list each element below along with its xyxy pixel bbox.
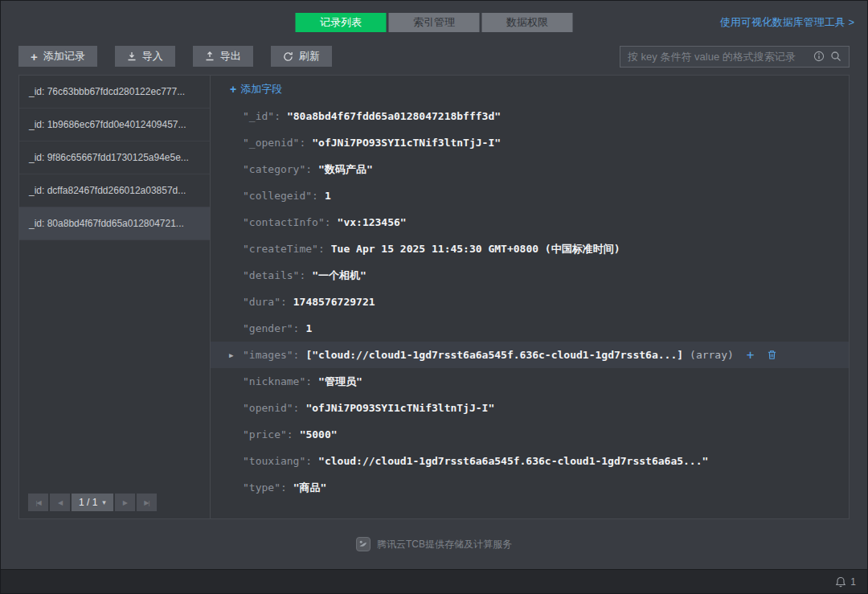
field-row[interactable]: ▶ "_id": "80a8bd4f67fdd65a0128047218bfff… (211, 103, 849, 129)
visual-db-tool-link[interactable]: 使用可视化数据库管理工具 > (720, 15, 854, 30)
field-key: "contactInfo": (243, 216, 331, 228)
field-key: "createTime": (243, 243, 325, 255)
field-row[interactable]: ▶ "collegeid": 1 (211, 182, 849, 209)
search-box (620, 46, 850, 68)
add-field-label: 添加字段 (240, 82, 282, 96)
record-id: _id: 9f86c65667fdd1730125a94e5e... (29, 152, 189, 163)
plus-icon: + (31, 51, 38, 63)
expand-arrow-icon[interactable]: ▶ (229, 351, 233, 359)
field-key: "_openid": (243, 137, 305, 149)
field-row[interactable]: ▶ "dura": 1748576729721 (211, 289, 849, 315)
field-row[interactable]: ▶ "type": "商品" (211, 474, 849, 501)
refresh-label: 刷新 (299, 49, 320, 63)
document-view: + 添加字段 ▶ "_id": "80a8bd4f67fdd65a0128047… (211, 76, 849, 518)
field-value: "vx:123456" (338, 216, 407, 228)
record-list-item[interactable]: _id: 80a8bd4f67fdd65a012804721... (19, 207, 210, 240)
page-label: 1 / 1 (79, 497, 97, 508)
field-key: "openid": (243, 402, 299, 414)
app-window: 记录列表索引管理数据权限 使用可视化数据库管理工具 > + 添加记录 导入 导出… (0, 0, 868, 594)
next-page-button[interactable]: ▶ (115, 494, 135, 511)
search-input[interactable] (628, 51, 808, 63)
field-key: "nickname": (243, 375, 312, 387)
add-record-label: 添加记录 (43, 49, 85, 63)
field-row[interactable]: ▶ "openid": "ofJNi7PO93SYI1cTNif3ltnTjJ-… (211, 395, 849, 421)
field-value: "管理员" (318, 375, 362, 389)
field-key: "gender": (243, 322, 299, 334)
record-id: _id: dcffa82467fdd266012a03857d... (29, 185, 186, 196)
tab-3[interactable]: 数据权限 (482, 13, 573, 32)
field-type-suffix: (array) (690, 349, 734, 361)
field-key: "_id": (243, 110, 280, 122)
field-value: "cloud://cloud1-1gd7rsst6a6a545f.636c-cl… (318, 455, 708, 467)
last-page-button[interactable]: ▶| (137, 494, 157, 511)
status-bar: 1 (1, 569, 867, 593)
import-label: 导入 (142, 49, 163, 63)
add-array-item-icon[interactable]: + (747, 349, 755, 362)
field-value: Tue Apr 15 2025 11:45:30 GMT+0800 (中国标准时… (331, 242, 620, 256)
field-row[interactable]: ▶ "contactInfo": "vx:123456" (211, 209, 849, 236)
refresh-button[interactable]: 刷新 (271, 46, 332, 67)
search-icon[interactable] (830, 51, 841, 62)
field-value: 1 (325, 190, 331, 202)
field-row[interactable]: ▶ "touxiang": "cloud://cloud1-1gd7rsst6a… (211, 448, 849, 474)
field-row[interactable]: ▶ "category": "数码产品" (211, 156, 849, 182)
field-key: "touxiang": (243, 455, 312, 467)
tab-1[interactable]: 记录列表 (296, 13, 387, 32)
field-row[interactable]: ▶ "price": "5000" (211, 421, 849, 448)
tab-2[interactable]: 索引管理 (389, 13, 480, 32)
field-value: "一个相机" (312, 268, 366, 283)
field-row[interactable]: ▶ "images": ["cloud://cloud1-1gd7rsst6a6… (211, 342, 849, 368)
add-record-button[interactable]: + 添加记录 (18, 46, 97, 67)
field-value: "80a8bd4f67fdd65a0128047218bfff3d" (287, 110, 501, 122)
record-list-item[interactable]: _id: 1b9686ec67fdd0e4012409457... (19, 109, 210, 141)
field-row[interactable]: ▶ "nickname": "管理员" (211, 368, 849, 395)
delete-field-icon[interactable] (767, 350, 777, 360)
caret-down-icon: ▾ (102, 498, 106, 506)
export-button[interactable]: 导出 (193, 46, 253, 67)
notification-count: 1 (850, 576, 856, 588)
tcb-logo-icon (356, 537, 371, 551)
record-list: _id: 76c63bbb67fdcd280122ec777... _id: 1… (19, 76, 210, 240)
import-button[interactable]: 导入 (115, 46, 175, 67)
field-value: "ofJNi7PO93SYI1cTNif3ltnTjJ-I" (305, 402, 494, 414)
prev-page-button[interactable]: ◀ (50, 494, 70, 511)
field-row[interactable]: ▶ "_openid": "ofJNi7PO93SYI1cTNif3ltnTjJ… (211, 129, 849, 156)
record-list-item[interactable]: _id: 9f86c65667fdd1730125a94e5e... (19, 141, 210, 174)
field-key: "details": (243, 269, 305, 281)
field-value: 1 (305, 322, 312, 334)
field-list: ▶ "_id": "80a8bd4f67fdd65a0128047218bfff… (211, 103, 849, 501)
field-value: ["cloud://cloud1-1gd7rsst6a6a545f.636c-c… (305, 349, 683, 361)
field-row[interactable]: ▶ "createTime": Tue Apr 15 2025 11:45:30… (211, 236, 849, 262)
field-row[interactable]: ▶ "gender": 1 (211, 315, 849, 342)
record-id: _id: 76c63bbb67fdcd280122ec777... (29, 86, 185, 97)
record-id: _id: 80a8bd4f67fdd65a012804721... (29, 218, 184, 229)
tabs-bar: 记录列表索引管理数据权限 使用可视化数据库管理工具 > (1, 1, 867, 41)
record-list-item[interactable]: _id: 76c63bbb67fdcd280122ec777... (19, 76, 210, 109)
refresh-icon (283, 51, 293, 62)
field-key: "price": (243, 428, 293, 440)
export-label: 导出 (220, 49, 241, 63)
toolbar: + 添加记录 导入 导出 刷新 (1, 41, 867, 72)
field-row[interactable]: ▶ "details": "一个相机" (211, 262, 849, 289)
add-field-button[interactable]: + 添加字段 (230, 82, 282, 96)
record-list-item[interactable]: _id: dcffa82467fdd266012a03857d... (19, 174, 210, 207)
record-sidebar: _id: 76c63bbb67fdcd280122ec777... _id: 1… (19, 76, 211, 518)
field-value: 1748576729721 (293, 296, 375, 308)
footer-text: 腾讯云TCB提供存储及计算服务 (377, 538, 512, 551)
field-key: "dura": (243, 296, 287, 308)
notification-bell-icon[interactable] (835, 576, 846, 588)
import-icon (127, 51, 137, 61)
field-key: "category": (243, 163, 312, 175)
field-key: "type": (243, 481, 287, 494)
content-panel: _id: 76c63bbb67fdcd280122ec777... _id: 1… (18, 75, 850, 519)
tab-group: 记录列表索引管理数据权限 (296, 13, 573, 32)
field-value: "ofJNi7PO93SYI1cTNif3ltnTjJ-I" (312, 137, 501, 149)
field-value: "5000" (300, 428, 338, 440)
pagination: |◀ ◀ 1 / 1 ▾ ▶ ▶| (28, 494, 157, 511)
first-page-button[interactable]: |◀ (28, 494, 48, 511)
info-icon[interactable] (813, 51, 825, 62)
field-key: "collegeid": (243, 190, 318, 202)
page-select[interactable]: 1 / 1 ▾ (72, 494, 113, 511)
footer: 腾讯云TCB提供存储及计算服务 (1, 519, 867, 569)
record-id: _id: 1b9686ec67fdd0e4012409457... (29, 119, 186, 130)
